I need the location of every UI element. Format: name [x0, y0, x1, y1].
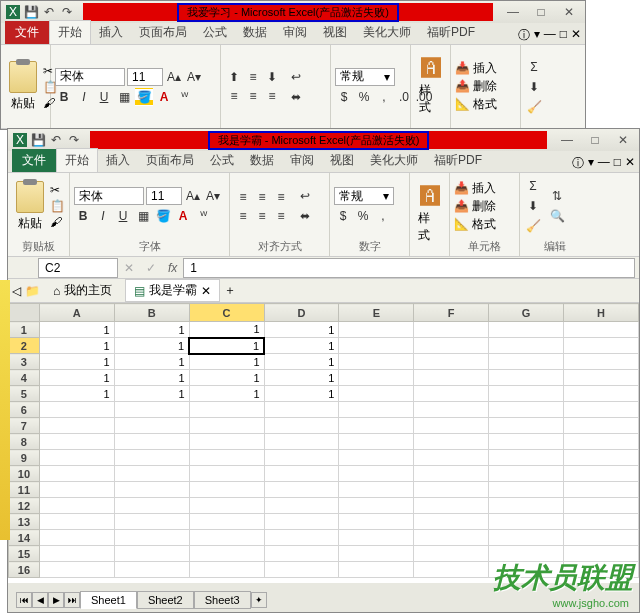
minimize-icon[interactable]: — [501, 4, 525, 20]
cell[interactable] [414, 514, 489, 530]
align-middle-icon[interactable]: ≡ [244, 68, 262, 86]
row-header[interactable]: 13 [9, 514, 40, 530]
cell[interactable]: 1 [114, 338, 189, 354]
redo-icon[interactable]: ↷ [59, 4, 75, 20]
maximize-icon[interactable]: □ [529, 4, 553, 20]
fx-icon[interactable]: fx [162, 261, 183, 275]
tab-insert[interactable]: 插入 [98, 149, 138, 172]
tab-home[interactable]: 开始 [56, 148, 98, 172]
row-header[interactable]: 5 [9, 386, 40, 402]
currency-icon[interactable]: $ [334, 207, 352, 225]
cell[interactable] [489, 482, 564, 498]
comma-icon[interactable]: , [374, 207, 392, 225]
cell[interactable] [114, 482, 189, 498]
paste-button[interactable]: 粘贴 [12, 179, 48, 234]
col-header[interactable]: B [114, 304, 189, 322]
cell[interactable] [114, 530, 189, 546]
cell[interactable] [489, 434, 564, 450]
row-header[interactable]: 14 [9, 530, 40, 546]
new-sheet-icon[interactable]: ✦ [251, 592, 267, 608]
cell[interactable] [339, 354, 414, 370]
cell[interactable] [564, 402, 639, 418]
cell[interactable] [114, 434, 189, 450]
cell[interactable] [339, 386, 414, 402]
cell[interactable] [339, 562, 414, 578]
cell[interactable] [414, 338, 489, 354]
border-icon[interactable]: ▦ [115, 88, 133, 106]
cell[interactable] [264, 418, 339, 434]
cell[interactable] [414, 370, 489, 386]
help-icon[interactable]: ⓘ [572, 155, 584, 172]
currency-icon[interactable]: $ [335, 88, 353, 106]
cell[interactable] [489, 338, 564, 354]
row-header[interactable]: 12 [9, 498, 40, 514]
close-icon[interactable]: ✕ [611, 132, 635, 148]
cancel-formula-icon[interactable]: ✕ [118, 261, 140, 275]
autosum-icon[interactable]: Σ [524, 177, 542, 195]
tab-review[interactable]: 审阅 [275, 21, 315, 44]
cell[interactable] [489, 386, 564, 402]
cell[interactable] [339, 546, 414, 562]
cell[interactable] [339, 514, 414, 530]
styles-button[interactable]: 🅰 样式 [415, 55, 446, 118]
tab-data[interactable]: 数据 [242, 149, 282, 172]
percent-icon[interactable]: % [354, 207, 372, 225]
row-header[interactable]: 6 [9, 402, 40, 418]
cell[interactable]: 1 [114, 354, 189, 370]
cell[interactable] [264, 498, 339, 514]
back-icon[interactable]: ◁ [12, 284, 21, 298]
cell[interactable] [39, 530, 114, 546]
cell[interactable] [264, 562, 339, 578]
cell[interactable] [339, 498, 414, 514]
underline-button[interactable]: U [95, 88, 113, 106]
cell[interactable] [414, 562, 489, 578]
tab-layout[interactable]: 页面布局 [138, 149, 202, 172]
cell[interactable] [564, 482, 639, 498]
cell[interactable] [564, 530, 639, 546]
format-painter-icon[interactable]: 🖌 [50, 215, 65, 229]
italic-button[interactable]: I [94, 207, 112, 225]
cell[interactable] [564, 386, 639, 402]
phonetic-icon[interactable]: ᵂ [175, 88, 193, 106]
cell[interactable] [414, 450, 489, 466]
cell[interactable] [114, 562, 189, 578]
cell[interactable] [564, 498, 639, 514]
cell[interactable] [189, 482, 264, 498]
increase-font-icon[interactable]: A▴ [165, 68, 183, 86]
cell[interactable] [339, 322, 414, 338]
comma-icon[interactable]: , [375, 88, 393, 106]
cell[interactable]: 1 [39, 354, 114, 370]
insert-cells-button[interactable]: 📥 插入 [454, 180, 496, 197]
font-size-combo[interactable]: 11 [146, 187, 182, 205]
cell[interactable] [39, 482, 114, 498]
cell[interactable] [189, 562, 264, 578]
cell[interactable] [489, 322, 564, 338]
align-middle-icon[interactable]: ≡ [253, 188, 271, 206]
align-bottom-icon[interactable]: ⬇ [263, 68, 281, 86]
cell[interactable] [564, 466, 639, 482]
bold-button[interactable]: B [74, 207, 92, 225]
cell[interactable]: 1 [189, 386, 264, 402]
cell[interactable] [189, 498, 264, 514]
number-format-combo[interactable]: 常规▾ [335, 68, 395, 86]
row-header[interactable]: 9 [9, 450, 40, 466]
autosum-icon[interactable]: Σ [525, 58, 543, 76]
cell[interactable] [414, 354, 489, 370]
cell[interactable] [489, 530, 564, 546]
collapse-ribbon-icon[interactable]: ▾ [588, 155, 594, 172]
tab-formula[interactable]: 公式 [195, 21, 235, 44]
cell[interactable]: 1 [264, 386, 339, 402]
wrap-text-icon[interactable]: ↩ [287, 68, 305, 86]
row-header[interactable]: 16 [9, 562, 40, 578]
merge-icon[interactable]: ⬌ [296, 207, 314, 225]
cell[interactable] [114, 514, 189, 530]
cell[interactable] [339, 338, 414, 354]
sheet-nav-first-icon[interactable]: ⏮ [16, 592, 32, 608]
cell[interactable] [264, 434, 339, 450]
cell[interactable] [39, 514, 114, 530]
tab-review[interactable]: 审阅 [282, 149, 322, 172]
format-cells-button[interactable]: 📐 格式 [455, 96, 497, 113]
maximize-icon[interactable]: □ [583, 132, 607, 148]
tab-view[interactable]: 视图 [315, 21, 355, 44]
font-name-combo[interactable]: 宋体 [55, 68, 125, 86]
